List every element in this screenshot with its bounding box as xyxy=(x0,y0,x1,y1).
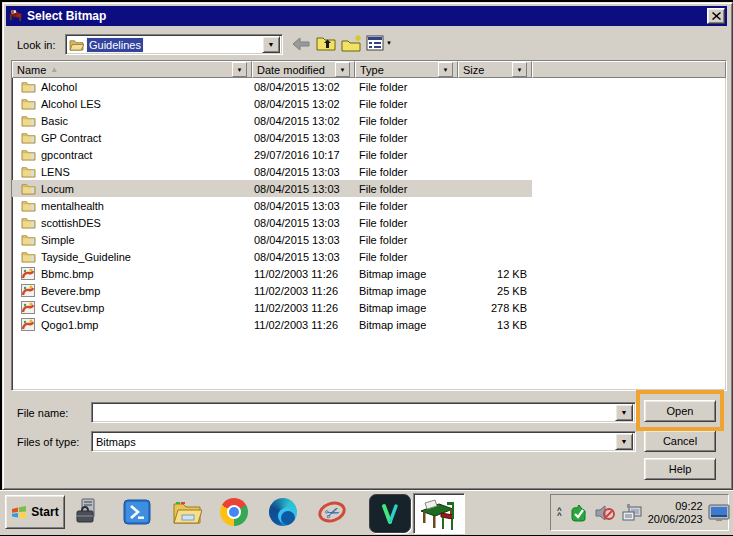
file-row[interactable]: Ccutsev.bmp 11/02/2003 11:26 Bitmap imag… xyxy=(12,299,726,316)
look-in-label: Look in: xyxy=(17,39,56,51)
folder-icon xyxy=(21,148,36,161)
speaker-muted-icon[interactable] xyxy=(594,503,616,523)
bitmap-file-icon xyxy=(21,284,36,297)
chevron-down-icon[interactable]: ▼ xyxy=(262,36,280,53)
tray-clock[interactable]: 09:22 20/06/2023 xyxy=(648,500,703,526)
file-row[interactable]: GP Contract 08/04/2015 13:03 File folder xyxy=(12,129,726,146)
file-row[interactable]: Alcohol LES 08/04/2015 13:02 File folder xyxy=(12,95,726,112)
network-icon[interactable] xyxy=(621,503,643,523)
file-row[interactable]: Alcohol 08/04/2015 13:02 File folder xyxy=(12,78,726,95)
name-filter-icon[interactable]: ▼ xyxy=(232,62,247,77)
file-date: 08/04/2015 13:02 xyxy=(252,98,355,110)
up-one-level-icon[interactable] xyxy=(315,33,337,53)
file-row[interactable]: Locum 08/04/2015 13:03 File folder xyxy=(12,180,726,197)
column-header-date[interactable]: Date modified ▼ xyxy=(252,61,355,78)
bitmap-file-icon xyxy=(21,301,36,314)
backup-check-icon[interactable] xyxy=(569,503,589,523)
file-size: 25 KB xyxy=(458,285,532,297)
file-name: Bevere.bmp xyxy=(41,285,100,297)
snipping-tool-icon[interactable]: ✂ xyxy=(316,497,346,527)
file-row[interactable]: gpcontract 29/07/2016 10:17 File folder xyxy=(12,146,726,163)
file-row[interactable]: Bbmc.bmp 11/02/2003 11:26 Bitmap image 1… xyxy=(12,265,726,282)
windows-logo-icon xyxy=(11,505,27,520)
start-button[interactable]: Start xyxy=(5,495,65,529)
size-filter-icon[interactable]: ▼ xyxy=(512,62,527,77)
cancel-button[interactable]: Cancel xyxy=(644,430,716,452)
file-row[interactable]: LENS 08/04/2015 13:03 File folder xyxy=(12,163,726,180)
column-header-type[interactable]: Type ▼ xyxy=(355,61,458,78)
column-header-name[interactable]: Name ▲ ▼ xyxy=(12,61,252,78)
date-filter-icon[interactable]: ▼ xyxy=(335,62,350,77)
view-menu-icon[interactable]: ▼ xyxy=(365,34,393,52)
chevron-down-icon[interactable]: ▼ xyxy=(615,404,633,421)
folder-icon xyxy=(21,182,36,195)
file-row[interactable]: mentalhealth 08/04/2015 13:03 File folde… xyxy=(12,197,726,214)
file-row[interactable]: scottishDES 08/04/2015 13:03 File folder xyxy=(12,214,726,231)
file-list: Name ▲ ▼ Date modified ▼ Type ▼ Size ▼ xyxy=(11,60,727,391)
files-of-type-value: Bitmaps xyxy=(92,436,136,448)
select-bitmap-dialog: Select Bitmap Look in: Guidelines ▼ xyxy=(2,2,733,490)
chrome-icon[interactable] xyxy=(219,497,249,527)
close-icon[interactable] xyxy=(707,8,725,24)
file-date: 08/04/2015 13:02 xyxy=(252,115,355,127)
file-type: File folder xyxy=(355,234,458,246)
system-tray: ^^ 09:22 20/06/2023 xyxy=(550,494,729,531)
file-size: 13 KB xyxy=(458,319,532,331)
files-of-type-dropdown[interactable]: Bitmaps ▼ xyxy=(91,431,636,452)
display-icon[interactable] xyxy=(708,503,730,523)
edge-icon[interactable] xyxy=(268,497,298,527)
file-type: File folder xyxy=(355,115,458,127)
file-name: Basic xyxy=(41,115,68,127)
file-name: scottishDES xyxy=(41,217,101,229)
file-date: 08/04/2015 13:03 xyxy=(252,200,355,212)
file-name: gpcontract xyxy=(41,149,92,161)
open-folder-icon xyxy=(69,38,84,51)
look-in-dropdown[interactable]: Guidelines ▼ xyxy=(65,34,283,55)
file-name: Locum xyxy=(41,183,74,195)
collapse-chevron-icon[interactable]: ^^ xyxy=(557,508,562,518)
files-of-type-label: Files of type: xyxy=(17,436,79,448)
type-filter-icon[interactable]: ▼ xyxy=(438,62,453,77)
vision-v-icon[interactable] xyxy=(369,494,411,533)
file-explorer-icon[interactable] xyxy=(172,497,202,527)
clock-time: 09:22 xyxy=(675,500,703,512)
file-name: Simple xyxy=(41,234,75,246)
file-row[interactable]: Bevere.bmp 11/02/2003 11:26 Bitmap image… xyxy=(12,282,726,299)
file-name: mentalhealth xyxy=(41,200,104,212)
file-name: LENS xyxy=(41,166,70,178)
folder-icon xyxy=(21,114,36,127)
bitmap-file-icon xyxy=(21,267,36,280)
file-type: Bitmap image xyxy=(355,268,458,280)
column-header-size[interactable]: Size ▼ xyxy=(458,61,532,78)
file-type: File folder xyxy=(355,183,458,195)
help-button[interactable]: Help xyxy=(644,458,716,480)
file-date: 08/04/2015 13:03 xyxy=(252,132,355,144)
window-title: Select Bitmap xyxy=(27,9,106,23)
file-row[interactable]: Tayside_Guideline 08/04/2015 13:03 File … xyxy=(12,248,726,265)
back-arrow-icon[interactable] xyxy=(291,36,311,52)
clock-date: 20/06/2023 xyxy=(648,513,703,525)
new-folder-icon[interactable] xyxy=(340,33,364,53)
table-chair-app-icon[interactable] xyxy=(413,493,465,534)
file-type: File folder xyxy=(355,149,458,161)
file-type: Bitmap image xyxy=(355,319,458,331)
folder-icon xyxy=(21,131,36,144)
file-date: 08/04/2015 13:03 xyxy=(252,251,355,263)
sort-ascending-icon: ▲ xyxy=(50,65,58,74)
folder-icon xyxy=(21,97,36,110)
chevron-down-icon[interactable]: ▼ xyxy=(615,433,633,450)
file-row[interactable]: Qogo1.bmp 11/02/2003 11:26 Bitmap image … xyxy=(12,316,726,333)
powershell-icon[interactable] xyxy=(122,497,152,527)
open-button-highlight xyxy=(636,390,724,431)
app-icon xyxy=(8,9,23,23)
file-date: 08/04/2015 13:03 xyxy=(252,183,355,195)
folder-icon xyxy=(21,250,36,263)
file-row[interactable]: Simple 08/04/2015 13:03 File folder xyxy=(12,231,726,248)
file-row[interactable]: Basic 08/04/2015 13:02 File folder xyxy=(12,112,726,129)
folder-icon xyxy=(21,80,36,93)
file-type: File folder xyxy=(355,217,458,229)
file-name: Alcohol xyxy=(41,81,77,93)
column-header-filler xyxy=(532,61,726,78)
admin-tools-icon[interactable] xyxy=(73,497,103,527)
file-name-input[interactable]: ▼ xyxy=(91,402,636,423)
